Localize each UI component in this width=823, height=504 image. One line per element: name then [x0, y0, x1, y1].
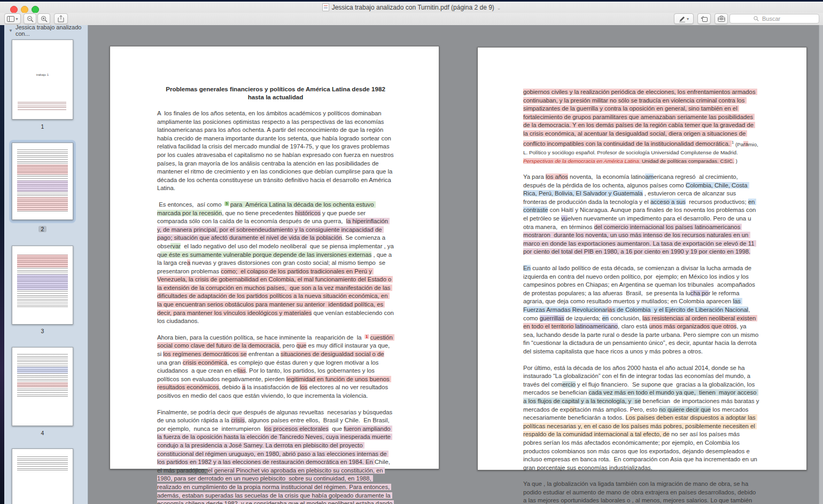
desktop-wallpaper-left [0, 25, 4, 504]
highlighted-text: en [602, 315, 609, 321]
thumbnail-sidebar: ▼ Jessica trabajo analizado con... traba… [4, 25, 88, 504]
text-run: , que no tiene precedentes [222, 210, 295, 216]
vertical-scrollbar-track[interactable] [819, 25, 823, 504]
paragraph: gobiernos civiles y la realización perió… [523, 88, 759, 165]
highlighted-text: vu [561, 215, 568, 222]
highlighted-text: rvar [170, 243, 181, 249]
highlighted-text: Unidad de políticas comparadas. CSIC. [640, 158, 734, 164]
text-run: Ahora bien, para la cuestión política, s… [157, 334, 363, 341]
paragraph: En cuanto al lado político de esta décad… [523, 264, 759, 356]
text-run: ) [734, 158, 737, 164]
thumbnail-1-metadata-lines [18, 102, 66, 111]
highlighted-text: latinoamericano [575, 323, 618, 329]
highlighted-text: los años [546, 174, 568, 180]
paragraph: Finalmente, se podría decir que después … [157, 408, 394, 504]
rotate-left-button[interactable] [697, 13, 711, 24]
turnitin-match-badge: 5 [224, 201, 229, 206]
toolbox-icon [718, 15, 725, 22]
zoom-out-button[interactable] [24, 13, 36, 24]
pdf-page-3: gobiernos civiles y la realización perió… [477, 47, 807, 470]
highlighted-text: gobiernos civiles y la realización perió… [523, 89, 757, 147]
text-run: conclusión, [609, 315, 642, 321]
highlighted-text: or [570, 406, 575, 413]
markup-toolbar-button[interactable] [715, 13, 728, 24]
thumbnail-3-label: 3 [12, 328, 73, 334]
thumbnail-page-4[interactable] [12, 347, 73, 426]
paragraph: Ya que , la globalización va ligada tamb… [523, 480, 759, 504]
highlighted-text: am [645, 174, 654, 180]
thumbnail-4-label: 4 [12, 430, 73, 436]
text-run: la insatisfacción de [245, 384, 300, 390]
thumbnail-page-1[interactable]: trabajo 1 [12, 40, 73, 120]
thumbnail-1-caption: trabajo 1 [12, 73, 73, 76]
zoom-window-button[interactable] [32, 6, 39, 13]
highlighted-text: éste es sumamente vulnerable porque depe… [167, 251, 371, 258]
highlighted-text: guerrillas [540, 315, 564, 321]
highlighted-text: crisis [231, 417, 245, 423]
document-title: Problemas generales financieros y políti… [157, 85, 394, 101]
chevron-down-icon: ▾ [687, 17, 689, 21]
text-run: , claro está [618, 323, 649, 329]
highlighted-text: los [300, 384, 307, 390]
share-icon [58, 15, 64, 22]
text-run: de izquierda; [564, 315, 602, 321]
search-field[interactable] [729, 14, 819, 23]
thumbnail-2-label: 2 [12, 226, 73, 232]
zoom-out-icon [27, 15, 34, 22]
search-input[interactable] [761, 15, 795, 22]
paragraph: Ya para los años noventa, la economía la… [523, 173, 759, 256]
highlighted-text: como; el colapso de los partidos tradici… [157, 268, 393, 316]
highlighted-text: ue [160, 251, 167, 258]
paragraph: Ahora bien, para la cuestión política, s… [157, 334, 394, 400]
sidebar-view-icon [7, 16, 14, 22]
view-menu-button[interactable]: ▾ [4, 13, 21, 24]
document-view: Problemas generales financieros y políti… [88, 25, 823, 504]
highlighted-text: crisis económica [183, 359, 228, 366]
paragraph: Por último, está la década de los años 2… [523, 364, 759, 472]
highlighted-text: no quiere decir que [659, 406, 711, 413]
text-run: Ya que , la globalización va ligada tamb… [523, 481, 759, 504]
close-window-button[interactable] [10, 6, 18, 13]
highlighted-text: los procesos electorales [264, 426, 329, 432]
disclosure-triangle-icon[interactable]: ▼ [9, 28, 13, 33]
window-titlebar [0, 2, 823, 13]
highlighted-text: ercio [562, 381, 576, 388]
highlighted-text: s de Colombia y el Ejército de Liberació… [612, 306, 748, 313]
rotate-icon [701, 15, 708, 22]
highlighted-text: Perspectivas de la democracia en América… [523, 158, 640, 164]
paragraph: A los finales de los años setenta, en lo… [157, 109, 394, 193]
share-button[interactable] [54, 13, 68, 24]
text-run: que [329, 426, 344, 432]
text-run: (Pa [734, 141, 743, 147]
turnitin-match-badge: 1 [364, 334, 369, 339]
highlighted-text: situaciones de desigualdad social o de [281, 351, 384, 357]
search-icon [754, 16, 759, 21]
chevron-down-icon: ▾ [15, 17, 18, 21]
highlighted-text: los regímenes democráticos se [163, 351, 246, 357]
sidebar-header-label: Jessica trabajo analizado con... [15, 25, 88, 37]
minimize-window-button[interactable] [21, 6, 28, 13]
text-run: Ya para [523, 174, 546, 180]
text-run: noventa, la economía latino [568, 174, 645, 180]
zoom-in-button[interactable] [37, 13, 50, 24]
pdf-page-2: Problemas generales financieros y políti… [110, 46, 439, 469]
markup-pen-button[interactable]: ▾ [674, 13, 694, 24]
highlighted-text: cha po [690, 290, 709, 296]
zoom-in-icon [41, 15, 48, 22]
highlighted-text: En [523, 265, 531, 271]
marker-pen-icon [679, 15, 686, 22]
text-run: enfrentan a [247, 351, 281, 357]
thumbnail-1-label: 1 [12, 123, 73, 130]
highlighted-text: históricos [295, 210, 321, 216]
text-run: tación más amplios. Pero, esto [575, 406, 659, 413]
thumbnail-page-2-selected[interactable] [12, 143, 73, 220]
sidebar-header[interactable]: ▼ Jessica trabajo analizado con... [4, 25, 88, 36]
text-run: recursos productivos; [686, 199, 748, 205]
thumbnail-page-3[interactable] [12, 246, 73, 325]
highlighted-text: unos más organizados que otros [649, 323, 737, 329]
highlighted-text: acceso a sus [650, 199, 686, 205]
text-run: Es entonces, así como [157, 201, 223, 208]
thumbnail-page-5[interactable] [12, 448, 73, 504]
paragraph: Es entonces, así como 5para América Lati… [157, 201, 394, 326]
toolbar: ▾ ▾ [0, 13, 823, 26]
